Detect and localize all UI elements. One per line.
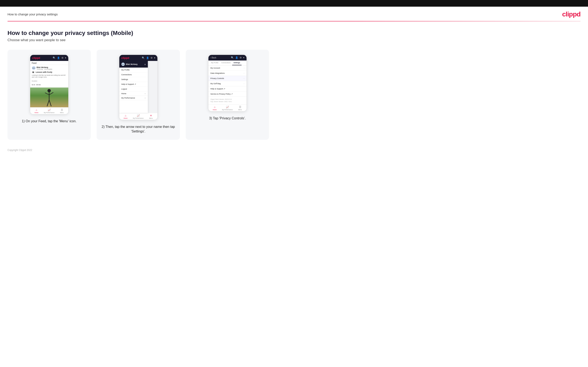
phone-nav-icons-1: 🔍 👤 ⚙ ▾ — [53, 57, 66, 59]
user-icon: 👤 — [57, 57, 60, 59]
phone-menu-panel-2: BM Blair McHarg ∧ My Profile Connections — [119, 61, 148, 113]
card-caption-1: 1) On your Feed, tap the 'Menu' icon. — [22, 119, 76, 124]
settings-item-my-golf-bag[interactable]: My Golf Bag › — [208, 81, 247, 86]
tab-settings-3[interactable]: Settings — [232, 60, 242, 65]
phone-bottom-nav-1: ⌂ Home 📈 My Performance ☰ Menu — [30, 107, 68, 114]
phone-bottom-nav-3: ⌂ Home 📈 My Performance ☰ Menu — [208, 104, 247, 111]
golf-image-1 — [30, 88, 68, 107]
menu-section-performance-label: My Performance — [121, 97, 135, 99]
back-button-3[interactable]: ‹ Back — [210, 57, 216, 59]
phone-nav-icons-3: 🔍 👤 ⚙ ▾ — [231, 56, 244, 59]
settings-item-help-support[interactable]: Help & Support ↗ — [208, 86, 247, 92]
bottom-nav-menu-1[interactable]: ☰ Menu — [56, 108, 68, 113]
menu-item-settings[interactable]: Settings — [119, 77, 148, 82]
lesson-desc-1: Looking to feel like my hands are exitin… — [32, 74, 67, 78]
home-icon-3: ⌂ — [214, 106, 215, 108]
performance-icon-2: 📈 — [137, 114, 140, 117]
feed-avatar-1: BM — [32, 66, 36, 70]
footer-copyright: Copyright Clippd 2022 — [8, 149, 32, 152]
feed-tab-1: Feed — [30, 61, 68, 65]
card-step-2: clippd 🔍 👤 ⚙ ▾ — [97, 50, 180, 140]
card-step-3: ‹ Back 🔍 👤 ⚙ ▾ My Profile Connections Se… — [186, 50, 269, 140]
bottom-nav-performance-2[interactable]: 📈 My Performance — [132, 114, 145, 119]
search-icon-3: 🔍 — [231, 56, 234, 59]
menu-item-connections[interactable]: Connections — [119, 72, 148, 77]
menu-item-help[interactable]: Help & Support ↗ — [119, 82, 148, 87]
lesson-icon-1: 🎬 — [32, 71, 35, 74]
settings-item-label-data-integrations: Data Integrations — [210, 72, 225, 74]
phone-tabs-row-3: My Profile Connections Settings — [208, 60, 247, 66]
settings-icon: ⚙ — [61, 57, 63, 59]
settings-item-label-my-account: My Account — [210, 67, 220, 69]
bottom-nav-home-2[interactable]: ⌂ Home — [119, 114, 132, 119]
phone-menu-overlay-2: BM Blair McHarg ∧ My Profile Connections — [119, 61, 157, 113]
page-subtitle: Choose what you want people to see — [8, 38, 580, 42]
bottom-nav-performance-3[interactable]: 📈 My Performance — [221, 106, 234, 110]
phone-logo-1: clippd — [32, 56, 40, 59]
performance-icon-1: 📈 — [48, 108, 51, 111]
phone-logo-2: clippd — [121, 56, 129, 59]
card-caption-3: 3) Tap 'Privacy Controls'. — [209, 116, 246, 121]
page-title: How to change your privacy settings (Mob… — [8, 30, 580, 36]
performance-label-2: My Performance — [133, 117, 143, 119]
menu-section-performance[interactable]: My Performance ∨ — [119, 96, 148, 100]
menu-user-name-2: Blair McHarg — [126, 63, 138, 65]
phone-settings-nav-3: ‹ Back 🔍 👤 ⚙ ▾ — [208, 55, 247, 60]
user-icon-3: 👤 — [235, 56, 238, 59]
tab-connections-3[interactable]: Connections — [220, 60, 232, 65]
header-title: How to change your privacy settings — [8, 12, 58, 16]
feed-item-1: BM Blair McHarg Yesterday · Sunningdale … — [30, 65, 68, 88]
settings-version-3: Clippd Client Version: 2022.8.3-3GQL Ser… — [208, 97, 247, 104]
duration-row-1: Duration 01 hr : 30 min — [32, 79, 67, 86]
phone-mockup-3: ‹ Back 🔍 👤 ⚙ ▾ My Profile Connections Se… — [208, 55, 247, 111]
phone-nav-1: clippd 🔍 👤 ⚙ ▾ — [30, 55, 68, 61]
menu-section-home-chevron: ∨ — [145, 93, 146, 95]
golfer-svg-1 — [43, 89, 55, 107]
duration-val-1: 01 hr : 30 min — [32, 84, 41, 85]
home-label-1: Home — [35, 112, 39, 113]
menu-label-1: Menu — [60, 112, 64, 113]
menu-avatar-2: BM — [121, 63, 125, 66]
menu-section-home[interactable]: Home ∨ — [119, 92, 148, 96]
duration-label-1: Duration — [32, 80, 37, 82]
settings-item-my-account[interactable]: My Account › — [208, 66, 247, 71]
bottom-nav-menu-3[interactable]: ☰ Menu — [234, 106, 247, 110]
settings-item-label-my-golf-bag: My Golf Bag — [210, 83, 221, 85]
settings-chevron-my-golf-bag: › — [244, 83, 244, 85]
bottom-nav-performance-1[interactable]: 📈 My Performance — [43, 108, 56, 113]
phone-mockup-2: clippd 🔍 👤 ⚙ ▾ — [119, 55, 158, 120]
phone-mockup-1: clippd 🔍 👤 ⚙ ▾ Feed BM Blair McHar — [30, 55, 69, 114]
menu-item-label-settings: Settings — [121, 78, 128, 81]
phone-nav-2: clippd 🔍 👤 ⚙ ▾ — [119, 55, 157, 61]
phone-bottom-nav-2: ⌂ Home 📈 My Performance ✕ Menu — [119, 113, 157, 120]
menu-item-my-profile[interactable]: My Profile — [119, 67, 148, 72]
bottom-nav-home-1[interactable]: ⌂ Home — [30, 108, 43, 113]
svg-line-5 — [49, 100, 51, 106]
menu-icon-3: ☰ — [239, 106, 241, 108]
menu-label-3: Menu — [238, 109, 242, 110]
phone-nav-icons-2: 🔍 👤 ⚙ ▾ — [142, 57, 155, 59]
svg-point-0 — [47, 89, 51, 92]
bottom-nav-home-3[interactable]: ⌂ Home — [208, 106, 221, 110]
home-label-3: Home — [213, 109, 217, 110]
svg-line-2 — [45, 93, 49, 95]
menu-item-label-help: Help & Support ↗ — [121, 83, 136, 85]
footer: Copyright Clippd 2022 — [0, 140, 588, 156]
settings-icon-3: ⚙ — [240, 56, 242, 59]
home-icon-1: ⌂ — [36, 108, 37, 111]
menu-item-label-my-profile: My Profile — [121, 69, 130, 71]
settings-item-data-integrations[interactable]: Data Integrations › — [208, 71, 247, 76]
menu-item-logout[interactable]: Logout — [119, 87, 148, 92]
performance-icon-3: 📈 — [226, 106, 229, 108]
feed-user-sub-1: Yesterday · Sunningdale — [37, 68, 52, 70]
logo: clippd — [562, 10, 580, 18]
feed-user-name-1: Blair McHarg — [37, 66, 52, 68]
svg-line-3 — [49, 92, 53, 95]
bottom-nav-menu-2[interactable]: ✕ Menu — [145, 114, 157, 119]
performance-label-3: My Performance — [222, 109, 233, 110]
settings-icon-2: ⚙ — [151, 57, 153, 59]
settings-item-privacy-controls[interactable]: Privacy Controls › — [208, 76, 247, 81]
tab-my-profile-3[interactable]: My Profile — [210, 60, 220, 65]
top-bar — [0, 0, 588, 7]
settings-item-privacy-policy[interactable]: Service & Privacy Policy ↗ — [208, 92, 247, 97]
